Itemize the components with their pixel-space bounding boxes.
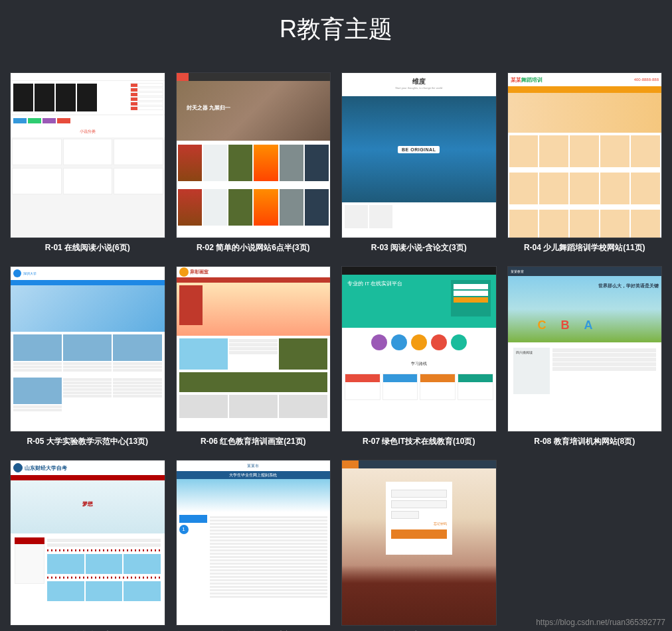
thumbnail: 封天之器 九禁归一	[176, 72, 331, 238]
caption: R-04 少儿舞蹈培训学校网站(11页)	[507, 242, 663, 254]
thumbnail: 专业的 IT 在线实训平台 学习路线	[341, 266, 497, 432]
thumbnail: 小说分类	[10, 72, 165, 238]
watermark: https://blog.csdn.net/ruan365392777	[536, 618, 665, 627]
thumbnail: 某某市 大学生毕业生网上报到系统 1	[176, 460, 331, 626]
thumbnail: 异彩画室	[176, 266, 331, 432]
caption: R-02 简单的小说网站6点半(3页)	[176, 242, 331, 254]
thumbnail: 深圳大学	[10, 266, 165, 432]
caption: R-01 在线阅读小说(6页)	[10, 242, 165, 254]
template-card[interactable]: 某某市 大学生毕业生网上报到系统 1 R-10 大学生网上报到系统(4页)	[176, 460, 331, 631]
template-card[interactable]: 某某教育 世界那么大，学好英语是关键CBA 四六级阅读 R-08 教育培训机构网…	[507, 266, 663, 448]
thumbnail: 某某教育 世界那么大，学好英语是关键CBA 四六级阅读	[507, 266, 663, 432]
page-title: R教育主题	[7, 13, 665, 46]
template-card[interactable]: 小说分类 R-01 在线阅读小说(6页)	[10, 72, 165, 254]
template-card[interactable]: 维度Start your thoughts, to change the wor…	[341, 72, 497, 254]
caption: R-06 红色教育培训画室(21页)	[176, 436, 331, 448]
template-card[interactable]: 忘记密码 R-11 学校后台用户登录界面模板(1页)	[341, 460, 497, 631]
thumbnail: 维度Start your thoughts, to change the wor…	[341, 72, 497, 238]
caption: R-08 教育培训机构网站(8页)	[507, 436, 663, 448]
template-card[interactable]: 异彩画室 R-06 红色教育培训画室(21页)	[176, 266, 331, 448]
caption: R-03 阅读小说-含论文(3页)	[341, 242, 497, 254]
template-card[interactable]: 深圳大学 R-05 大学实验教学示范中心(13页)	[10, 266, 165, 448]
template-grid: 小说分类 R-01 在线阅读小说(6页) 封天之器 九禁归一 R-02 简单的小…	[7, 72, 665, 631]
template-card[interactable]: 封天之器 九禁归一 R-02 简单的小说网站6点半(3页)	[176, 72, 331, 254]
caption: R-07 绿色IT技术在线教育(10页)	[341, 436, 497, 448]
thumbnail: 某某舞蹈培训400-8888-888	[507, 72, 663, 238]
thumbnail: 山东财经大学自考 梦想	[10, 460, 165, 626]
template-card[interactable]: 某某舞蹈培训400-8888-888 R-04 少儿舞蹈培训学校网站(11页)	[507, 72, 663, 254]
thumbnail: 忘记密码	[341, 460, 497, 626]
caption: R-05 大学实验教学示范中心(13页)	[10, 436, 165, 448]
template-card[interactable]: 专业的 IT 在线实训平台 学习路线 R-07 绿色IT技术在线教育(10页)	[341, 266, 497, 448]
template-card[interactable]: 山东财经大学自考 梦想 R-09 红色自考大学官网(5页)	[10, 460, 165, 631]
